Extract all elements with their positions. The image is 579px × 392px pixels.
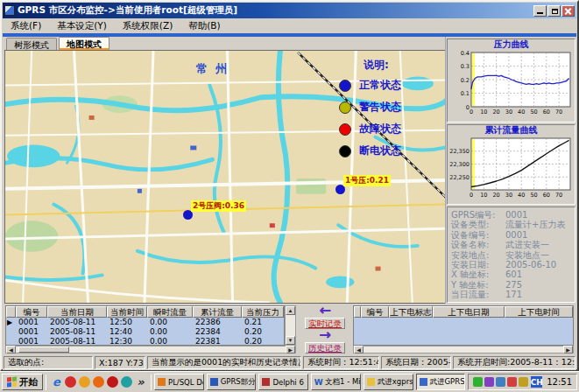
- svg-text:60: 60: [543, 108, 550, 116]
- scroll-left-button[interactable]: ◀: [354, 346, 364, 354]
- window-title: GPRS 市区分布监控->当前使用者root[超级管理员]: [18, 4, 533, 17]
- horizontal-scrollbar[interactable]: ◀ ▶: [5, 346, 296, 354]
- svg-text:0.2: 0.2: [461, 77, 470, 84]
- col-pressure[interactable]: 当前压力: [242, 306, 284, 318]
- tab-map-mode[interactable]: 地图模式: [59, 37, 109, 50]
- overflow-chevron[interactable]: »: [135, 376, 146, 388]
- svg-text:20: 20: [492, 108, 499, 116]
- scroll-right-button[interactable]: ▶: [286, 346, 295, 354]
- language-indicator[interactable]: CH: [531, 376, 542, 388]
- titlebar[interactable]: GPRS 市区分布监控->当前使用者root[超级管理员]: [3, 3, 576, 18]
- scroll-right-button[interactable]: ▶: [563, 346, 573, 354]
- col-power-flag[interactable]: 上下电标志: [389, 306, 433, 318]
- row-indicator: ▶: [6, 318, 16, 327]
- warning-status-icon: [339, 102, 351, 114]
- system-start-time: 系统开启时间:2005-8-11：12:49:59: [453, 356, 575, 369]
- realplayer-icon[interactable]: [65, 376, 76, 388]
- col-power-time[interactable]: 上下电时间: [505, 306, 573, 318]
- legend-item-normal: 正常状态: [339, 78, 442, 93]
- table-row[interactable]: ▶00012005-08-1112:500.00223860.21: [6, 318, 284, 327]
- col-id[interactable]: 编号: [16, 306, 47, 318]
- restore-button[interactable]: [547, 5, 561, 17]
- menu-help[interactable]: 帮助(B): [180, 19, 228, 33]
- flow-chart: 累计流量曲线 22,25022,30022,350010203040506070: [447, 124, 575, 205]
- city-map[interactable]: 常州 说明: 正常状态 警告状态 故障状态: [4, 50, 447, 304]
- info-value: 2005-06-10: [505, 260, 556, 270]
- col-total-flow[interactable]: 累计流量: [193, 306, 242, 318]
- info-value: 171: [505, 290, 522, 299]
- taskbar: 开始 e» PL/SQL Dev... GPRS部分.... Delphi 6 …: [0, 371, 579, 392]
- volume-icon[interactable]: [519, 377, 528, 387]
- table-row[interactable]: 00012005-08-1112:400.00223840.20: [6, 327, 284, 337]
- netscape-icon[interactable]: [121, 376, 132, 388]
- svg-text:60: 60: [543, 192, 550, 199]
- display-icon[interactable]: [496, 377, 505, 387]
- flashget-icon[interactable]: [473, 377, 483, 387]
- start-button[interactable]: 开始: [2, 374, 43, 390]
- ie-icon[interactable]: e: [51, 376, 62, 388]
- col-time[interactable]: 当前时间: [107, 306, 147, 318]
- info-label: 设备类型:: [451, 220, 505, 229]
- svg-text:0.1: 0.1: [461, 90, 470, 97]
- clock[interactable]: 12:51: [545, 377, 572, 387]
- table-row[interactable]: 00012005-08-1112:300.00223810.20: [6, 337, 284, 346]
- info-value: 流量计+压力表: [505, 220, 565, 229]
- acdsee-icon[interactable]: [79, 376, 90, 388]
- im-icon[interactable]: [484, 377, 494, 387]
- antivirus-icon[interactable]: [507, 377, 517, 387]
- info-label: 设备名称:: [451, 240, 505, 249]
- col-date[interactable]: 当前日期: [47, 306, 107, 318]
- col-id[interactable]: 编号: [361, 306, 389, 318]
- app-window: GPRS 市区分布监控->当前使用者root[超级管理员] 系统(F) 基本设定…: [0, 0, 579, 371]
- tab-tree-mode[interactable]: 树形模式: [6, 38, 57, 50]
- scroll-left-button[interactable]: ◀: [6, 346, 16, 354]
- task-gprs-monitor[interactable]: 武进GPRS...: [416, 374, 466, 390]
- map-column: 树形模式 地图模式: [4, 37, 447, 304]
- main-content: 树形模式 地图模式: [3, 37, 576, 304]
- scrollbar-thumb[interactable]: [18, 346, 69, 353]
- menubar: 系统(F) 基本设定(Y) 系统权限(Z) 帮助(B): [3, 19, 576, 33]
- svg-text:70: 70: [555, 192, 562, 199]
- svg-text:20: 20: [492, 192, 499, 199]
- menu-basic-settings[interactable]: 基本设定(Y): [49, 19, 115, 33]
- minimize-button[interactable]: [533, 5, 547, 17]
- scroll-up-button[interactable]: ▲: [286, 306, 295, 315]
- history-records-button[interactable]: 历史记录: [305, 342, 345, 354]
- task-delphi[interactable]: Delphi 6: [258, 374, 308, 390]
- system-date: 系统日期：2005-8-11: [381, 356, 451, 369]
- close-button[interactable]: [561, 5, 575, 17]
- col-instant-flow[interactable]: 瞬时流量: [147, 306, 193, 318]
- pressure-chart-plot: 00.10.20.30.4010203040506070: [448, 50, 575, 120]
- legend-item-fault: 故障状态: [339, 122, 442, 136]
- task-folder[interactable]: 武进xgprs: [364, 374, 413, 390]
- table-cell: 22381: [193, 337, 242, 346]
- table-cell: 2005-08-11: [47, 318, 107, 327]
- menu-system-permissions[interactable]: 系统权限(Z): [115, 19, 180, 33]
- table-cell: 2005-08-11: [47, 337, 107, 346]
- task-gprs-part[interactable]: GPRS部分....: [207, 374, 257, 390]
- record-switcher: ← 实时记录 → 历史记录: [299, 305, 351, 354]
- task-plsql[interactable]: PL/SQL Dev...: [154, 374, 204, 390]
- info-label: 当日流量:: [451, 290, 505, 299]
- header-indicator: [6, 306, 16, 318]
- col-power-date[interactable]: 上下电日期: [433, 306, 505, 318]
- taskbar-divider: [46, 374, 46, 390]
- realtime-table-header: 编号 当前日期 当前时间 瞬时流量 累计流量 当前压力: [6, 306, 284, 318]
- scroll-down-button[interactable]: ▼: [286, 336, 295, 345]
- info-value: 601: [505, 270, 522, 279]
- right-panel: 压力曲线 00.10.20.30.4010203040506070 累计流量曲线…: [445, 37, 576, 304]
- system-tray: CH 12:51: [468, 374, 577, 390]
- realtime-table: 编号 当前日期 当前时间 瞬时流量 累计流量 当前压力 ▶00012005-08…: [5, 305, 296, 354]
- flow-chart-plot: 22,25022,30022,350010203040506070: [448, 136, 575, 203]
- horizontal-scrollbar[interactable]: ◀ ▶: [353, 346, 574, 354]
- qq-icon[interactable]: [107, 376, 118, 388]
- task-word-document[interactable]: W文档1 - Mic...: [311, 374, 361, 390]
- tray-icons: [473, 377, 528, 387]
- menu-system[interactable]: 系统(F): [3, 19, 49, 33]
- info-label: 安装日期:: [451, 260, 505, 270]
- info-label: GPRS编号:: [451, 210, 505, 220]
- table-cell: 12:50: [107, 318, 147, 327]
- vertical-scrollbar[interactable]: ▲ ▼: [285, 305, 296, 346]
- flow-chart-title: 累计流量曲线: [448, 125, 575, 136]
- winamp-icon[interactable]: [93, 376, 104, 388]
